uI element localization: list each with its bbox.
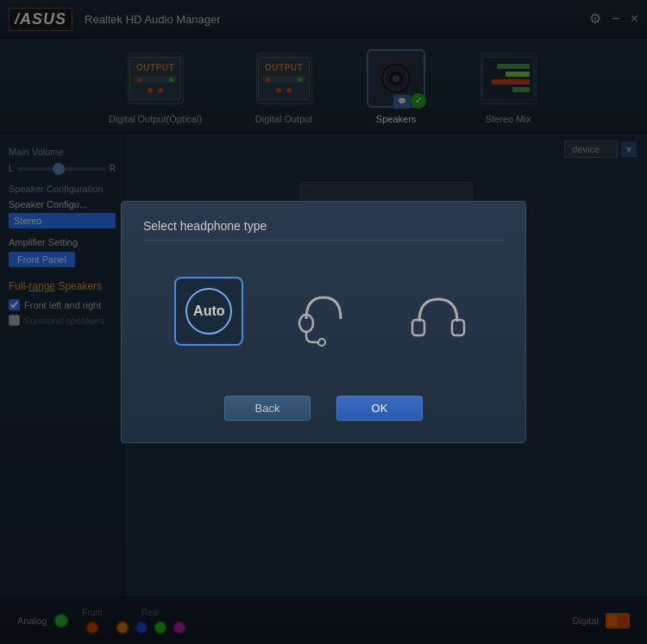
modal-title: Select headphone type bbox=[143, 219, 504, 241]
headphone-option-headset[interactable] bbox=[289, 280, 358, 349]
ok-button[interactable]: OK bbox=[336, 396, 423, 421]
svg-rect-6 bbox=[412, 320, 424, 335]
modal-buttons: Back OK bbox=[143, 396, 504, 421]
auto-text: Auto bbox=[185, 288, 232, 335]
back-button[interactable]: Back bbox=[224, 396, 311, 421]
svg-rect-7 bbox=[452, 320, 464, 335]
headphone-option-auto[interactable]: Auto bbox=[174, 277, 243, 353]
headphones-svg-icon bbox=[404, 280, 473, 349]
svg-point-5 bbox=[318, 339, 325, 346]
auto-icon: Auto bbox=[174, 277, 243, 346]
modal-overlay: Select headphone type Auto bbox=[0, 0, 647, 644]
headphone-option-headphones[interactable] bbox=[404, 280, 473, 349]
modal-options: Auto bbox=[143, 251, 504, 387]
headset-svg-icon bbox=[289, 280, 358, 349]
select-headphone-modal: Select headphone type Auto bbox=[121, 201, 526, 443]
